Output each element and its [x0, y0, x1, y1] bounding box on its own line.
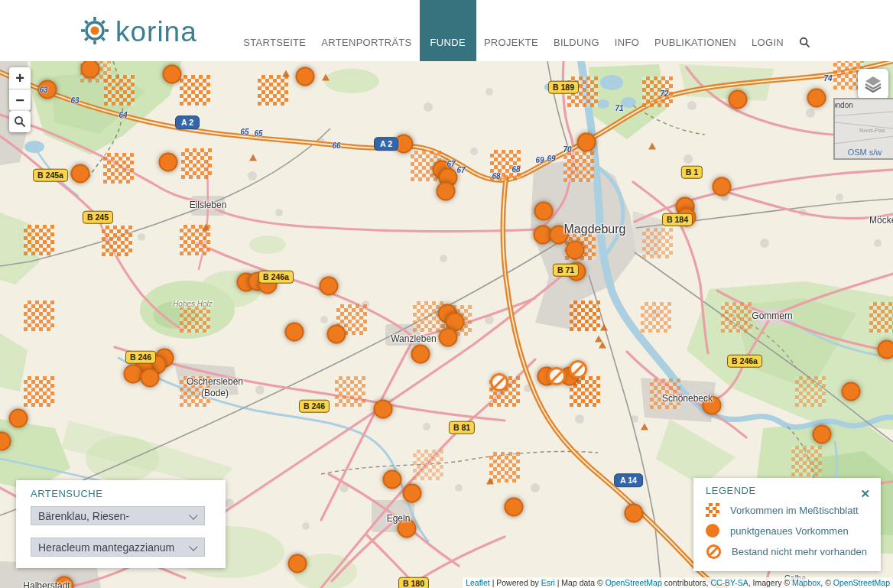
attribution-link[interactable]: Esri	[541, 578, 555, 587]
header: korina STARTSEITEARTENPORTRÄTSFUNDEPROJE…	[0, 0, 893, 61]
korina-logo[interactable]: korina	[80, 15, 197, 49]
minimap-line	[833, 111, 893, 117]
nav-item-projekte[interactable]: PROJEKTE	[476, 0, 546, 61]
nav-item-info[interactable]: INFO	[607, 0, 647, 61]
road-shield-b: B 184	[662, 213, 693, 226]
grid-occurrence-marker[interactable]	[104, 75, 135, 106]
attribution-link[interactable]: OpenStreetMap	[833, 578, 890, 587]
zoom-control: + −	[9, 67, 31, 111]
nav-item-artenportr-ts[interactable]: ARTENPORTRÄTS	[313, 0, 419, 61]
grid-occurrence-marker[interactable]	[24, 376, 54, 407]
map-triangle-symbol	[322, 74, 330, 81]
grid-occurrence-marker[interactable]	[258, 75, 288, 106]
attribution-text: | Powered by	[490, 578, 541, 587]
point-occurrence-marker[interactable]	[439, 328, 458, 347]
extinct-occurrence-marker[interactable]	[490, 373, 508, 391]
chevron-down-icon	[189, 542, 197, 551]
road-shield-a: A 2	[175, 115, 200, 129]
grid-occurrence-marker[interactable]	[791, 446, 822, 476]
grid-occurrence-marker[interactable]	[413, 450, 443, 480]
grid-occurrence-marker[interactable]	[563, 151, 594, 182]
point-occurrence-marker[interactable]	[713, 177, 732, 197]
attribution-text: | Map data ©	[555, 578, 606, 587]
map-triangle-symbol	[641, 424, 648, 430]
map-search-button[interactable]	[9, 111, 31, 132]
grid-occurrence-marker[interactable]	[721, 302, 752, 333]
attribution-link[interactable]: Mapbox	[792, 578, 820, 587]
map-container[interactable]: MagdeburgEilslebenWanzlebenOschersleben …	[0, 61, 893, 588]
legend-items: Vorkommen im Meßtischblattpunktgenaues V…	[706, 503, 869, 559]
point-occurrence-marker[interactable]	[383, 470, 402, 489]
town-label: Möckern	[869, 215, 893, 226]
grid-occurrence-marker[interactable]	[642, 228, 673, 258]
point-occurrence-marker[interactable]	[163, 65, 182, 84]
nav-item-startseite[interactable]: STARTSEITE	[235, 0, 313, 61]
point-occurrence-marker[interactable]	[813, 425, 832, 444]
point-occurrence-marker[interactable]	[729, 90, 748, 109]
grid-occurrence-marker[interactable]	[181, 148, 212, 179]
extinct-occurrence-marker[interactable]	[569, 360, 587, 378]
grid-occurrence-marker[interactable]	[641, 302, 671, 333]
nav-item-bildung[interactable]: BILDUNG	[546, 0, 607, 61]
grid-occurrence-marker[interactable]	[24, 225, 54, 255]
zoom-out-button[interactable]: −	[9, 89, 31, 111]
point-occurrence-marker[interactable]	[71, 164, 90, 184]
map-triangle-symbol	[599, 342, 606, 349]
road-shield-b: B 245	[83, 211, 113, 224]
town-label: Oschersleben (Bode)	[187, 376, 243, 399]
point-occurrence-marker[interactable]	[124, 365, 143, 384]
layer-switcher-button[interactable]	[858, 69, 888, 99]
motorway-exit-number: 72	[660, 89, 668, 98]
attribution-text: contributors,	[662, 578, 711, 587]
point-occurrence-marker[interactable]	[374, 400, 393, 419]
grid-occurrence-marker[interactable]	[869, 302, 893, 333]
attribution-link[interactable]: CC-BY-SA	[710, 578, 748, 587]
species-search-panel: ARTENSUCHE Bärenklau, Riesen- Heracleum …	[16, 480, 226, 568]
grid-occurrence-marker[interactable]	[24, 300, 54, 331]
point-occurrence-marker[interactable]	[285, 323, 304, 342]
point-occurrence-marker[interactable]	[296, 67, 315, 86]
point-occurrence-marker[interactable]	[437, 182, 456, 201]
town-label: Wanzleben	[391, 333, 437, 345]
zoom-in-button[interactable]: +	[9, 67, 31, 89]
road-shield-b: B 246	[299, 400, 330, 413]
grid-occurrence-marker[interactable]	[335, 376, 365, 407]
grid-occurrence-marker[interactable]	[180, 75, 210, 106]
point-occurrence-marker[interactable]	[327, 325, 346, 344]
point-occurrence-marker[interactable]	[9, 409, 28, 428]
point-occurrence-marker[interactable]	[577, 133, 596, 152]
point-occurrence-marker[interactable]	[159, 153, 178, 172]
point-occurrence-marker[interactable]	[842, 382, 861, 401]
basemap-preview[interactable]: ondon Nord-Pas OSM s/w	[833, 98, 893, 160]
motorway-exit-number: 74	[823, 74, 832, 83]
nav-search-icon[interactable]	[791, 0, 813, 61]
nav-item-publikationen[interactable]: PUBLIKATIONEN	[647, 0, 744, 61]
attribution-link[interactable]: Leaflet	[466, 578, 490, 587]
point-occurrence-marker[interactable]	[141, 369, 160, 388]
point-occurrence-marker[interactable]	[320, 277, 339, 296]
attribution-text: , ©	[820, 578, 833, 587]
grid-occurrence-marker[interactable]	[103, 153, 134, 184]
point-occurrence-marker[interactable]	[534, 202, 554, 221]
road-shield-b: B 1	[681, 166, 703, 179]
nav-item-login[interactable]: LOGIN	[744, 0, 791, 61]
species-select-latin[interactable]: Heracleum mantegazzianum	[31, 538, 205, 557]
road-shield-b: B 81	[449, 421, 475, 434]
point-occurrence-marker[interactable]	[505, 498, 524, 517]
point-occurrence-marker[interactable]	[807, 89, 826, 108]
point-occurrence-marker[interactable]	[878, 340, 893, 359]
point-occurrence-marker[interactable]	[403, 484, 422, 503]
grid-occurrence-marker[interactable]	[795, 376, 826, 407]
species-select-german[interactable]: Bärenklau, Riesen-	[31, 506, 205, 525]
nav-item-funde[interactable]: FUNDE	[420, 0, 476, 61]
point-occurrence-marker[interactable]	[288, 554, 307, 573]
point-occurrence-marker[interactable]	[411, 345, 430, 364]
grid-occurrence-marker[interactable]	[570, 300, 600, 331]
point-occurrence-marker[interactable]	[625, 504, 644, 523]
attribution-link[interactable]: OpenStreetMap	[606, 578, 662, 587]
close-icon[interactable]: ✕	[860, 487, 870, 501]
extinct-occurrence-marker[interactable]	[547, 367, 566, 385]
point-occurrence-marker[interactable]	[566, 241, 585, 260]
grid-occurrence-marker[interactable]	[102, 226, 132, 256]
grid-occurrence-marker[interactable]	[489, 452, 520, 482]
